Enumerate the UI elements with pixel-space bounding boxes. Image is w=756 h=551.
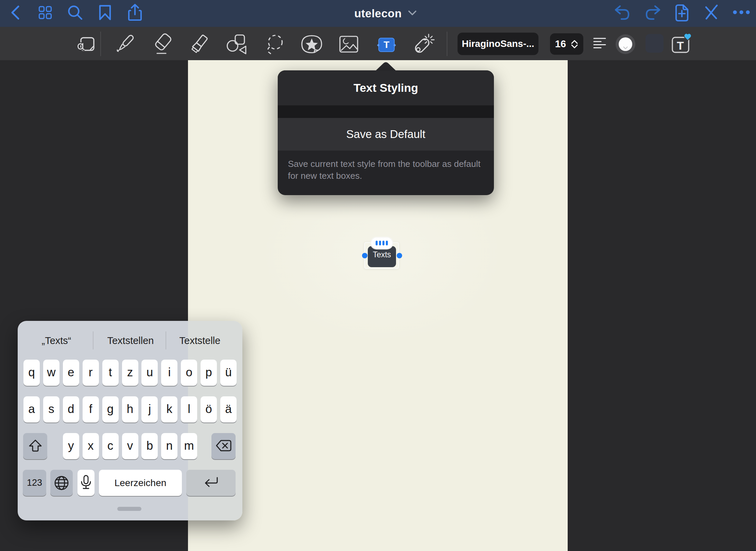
svg-text:T: T	[677, 39, 684, 52]
